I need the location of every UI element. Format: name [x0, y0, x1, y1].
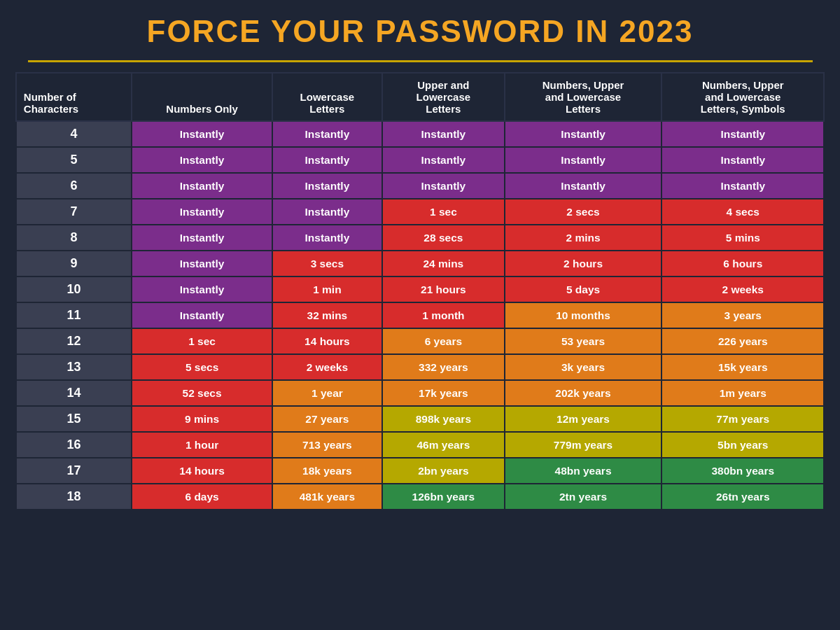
upper-lower-cell: 24 mins: [382, 251, 505, 276]
upper-lower-cell: 2bn years: [382, 458, 505, 484]
char-count-cell: 13: [16, 354, 132, 380]
char-count-cell: 11: [16, 302, 132, 328]
password-table: Number ofCharacters Numbers Only Lowerca…: [15, 72, 825, 510]
col-header-upper-lower: Upper andLowercaseLetters: [382, 73, 505, 121]
numbers-only-cell: 14 hours: [132, 458, 272, 484]
num-upper-lower-cell: 53 years: [505, 328, 662, 354]
num-upper-lower-sym-cell: 4 secs: [662, 199, 824, 225]
lowercase-cell: 32 mins: [272, 302, 382, 328]
upper-lower-cell: Instantly: [382, 121, 505, 147]
upper-lower-cell: 21 hours: [382, 276, 505, 302]
col-header-num-upper-lower-sym: Numbers, Upperand LowercaseLetters, Symb…: [662, 73, 824, 121]
char-count-cell: 4: [16, 121, 132, 147]
table-row: 1452 secs1 year17k years202k years1m yea…: [16, 380, 824, 406]
lowercase-cell: 3 secs: [272, 251, 382, 276]
upper-lower-cell: 6 years: [382, 328, 505, 354]
upper-lower-cell: 898k years: [382, 406, 505, 432]
table-row: 159 mins27 years898k years12m years77m y…: [16, 406, 824, 432]
upper-lower-cell: Instantly: [382, 173, 505, 199]
numbers-only-cell: Instantly: [132, 173, 272, 199]
char-count-cell: 16: [16, 432, 132, 458]
upper-lower-cell: 17k years: [382, 380, 505, 406]
numbers-only-cell: 5 secs: [132, 354, 272, 380]
num-upper-lower-cell: 2 secs: [505, 199, 662, 225]
num-upper-lower-sym-cell: 2 weeks: [662, 276, 824, 302]
table-row: 6InstantlyInstantlyInstantlyInstantlyIns…: [16, 173, 824, 199]
char-count-cell: 10: [16, 276, 132, 302]
num-upper-lower-cell: Instantly: [505, 147, 662, 173]
num-upper-lower-sym-cell: 380bn years: [662, 458, 824, 484]
char-count-cell: 9: [16, 251, 132, 276]
num-upper-lower-sym-cell: 226 years: [662, 328, 824, 354]
num-upper-lower-cell: 10 months: [505, 302, 662, 328]
lowercase-cell: 2 weeks: [272, 354, 382, 380]
col-header-chars: Number ofCharacters: [16, 73, 132, 121]
gold-divider: [28, 60, 813, 62]
num-upper-lower-cell: 2 mins: [505, 225, 662, 251]
num-upper-lower-sym-cell: Instantly: [662, 173, 824, 199]
table-row: 10Instantly1 min21 hours5 days2 weeks: [16, 276, 824, 302]
upper-lower-cell: 46m years: [382, 432, 505, 458]
col-header-lowercase: LowercaseLetters: [272, 73, 382, 121]
lowercase-cell: 1 year: [272, 380, 382, 406]
char-count-cell: 17: [16, 458, 132, 484]
numbers-only-cell: Instantly: [132, 302, 272, 328]
table-row: 5InstantlyInstantlyInstantlyInstantlyIns…: [16, 147, 824, 173]
table-header-row: Number ofCharacters Numbers Only Lowerca…: [16, 73, 824, 121]
table-row: 121 sec14 hours6 years53 years226 years: [16, 328, 824, 354]
num-upper-lower-cell: Instantly: [505, 173, 662, 199]
lowercase-cell: 14 hours: [272, 328, 382, 354]
num-upper-lower-cell: 2 hours: [505, 251, 662, 276]
table-row: 135 secs2 weeks332 years3k years15k year…: [16, 354, 824, 380]
numbers-only-cell: 6 days: [132, 484, 272, 510]
char-count-cell: 12: [16, 328, 132, 354]
char-count-cell: 6: [16, 173, 132, 199]
lowercase-cell: 481k years: [272, 484, 382, 510]
numbers-only-cell: 9 mins: [132, 406, 272, 432]
char-count-cell: 15: [16, 406, 132, 432]
lowercase-cell: Instantly: [272, 199, 382, 225]
num-upper-lower-sym-cell: 5bn years: [662, 432, 824, 458]
table-row: 9Instantly3 secs24 mins2 hours6 hours: [16, 251, 824, 276]
lowercase-cell: Instantly: [272, 147, 382, 173]
num-upper-lower-sym-cell: 26tn years: [662, 484, 824, 510]
numbers-only-cell: Instantly: [132, 121, 272, 147]
lowercase-cell: 27 years: [272, 406, 382, 432]
num-upper-lower-sym-cell: 15k years: [662, 354, 824, 380]
upper-lower-cell: 332 years: [382, 354, 505, 380]
title-year: 2023: [620, 14, 694, 48]
title-prefix: FORCE YOUR PASSWORD IN: [147, 14, 620, 48]
char-count-cell: 18: [16, 484, 132, 510]
numbers-only-cell: 1 sec: [132, 328, 272, 354]
lowercase-cell: 713 years: [272, 432, 382, 458]
upper-lower-cell: 1 sec: [382, 199, 505, 225]
num-upper-lower-cell: 202k years: [505, 380, 662, 406]
lowercase-cell: 1 min: [272, 276, 382, 302]
num-upper-lower-cell: 3k years: [505, 354, 662, 380]
title-area: FORCE YOUR PASSWORD IN 2023: [7, 14, 833, 49]
numbers-only-cell: Instantly: [132, 199, 272, 225]
num-upper-lower-sym-cell: 3 years: [662, 302, 824, 328]
lowercase-cell: Instantly: [272, 173, 382, 199]
numbers-only-cell: Instantly: [132, 147, 272, 173]
num-upper-lower-sym-cell: Instantly: [662, 121, 824, 147]
num-upper-lower-cell: 48bn years: [505, 458, 662, 484]
table-row: 4InstantlyInstantlyInstantlyInstantlyIns…: [16, 121, 824, 147]
main-title: FORCE YOUR PASSWORD IN 2023: [7, 14, 833, 49]
char-count-cell: 8: [16, 225, 132, 251]
num-upper-lower-sym-cell: 6 hours: [662, 251, 824, 276]
num-upper-lower-cell: 12m years: [505, 406, 662, 432]
lowercase-cell: Instantly: [272, 225, 382, 251]
num-upper-lower-cell: 779m years: [505, 432, 662, 458]
num-upper-lower-sym-cell: 1m years: [662, 380, 824, 406]
table-row: 11Instantly32 mins1 month10 months3 year…: [16, 302, 824, 328]
num-upper-lower-sym-cell: 5 mins: [662, 225, 824, 251]
num-upper-lower-sym-cell: Instantly: [662, 147, 824, 173]
numbers-only-cell: Instantly: [132, 276, 272, 302]
num-upper-lower-sym-cell: 77m years: [662, 406, 824, 432]
numbers-only-cell: Instantly: [132, 251, 272, 276]
lowercase-cell: Instantly: [272, 121, 382, 147]
table-row: 161 hour713 years46m years779m years5bn …: [16, 432, 824, 458]
col-header-num-upper-lower: Numbers, Upperand LowercaseLetters: [505, 73, 662, 121]
char-count-cell: 7: [16, 199, 132, 225]
